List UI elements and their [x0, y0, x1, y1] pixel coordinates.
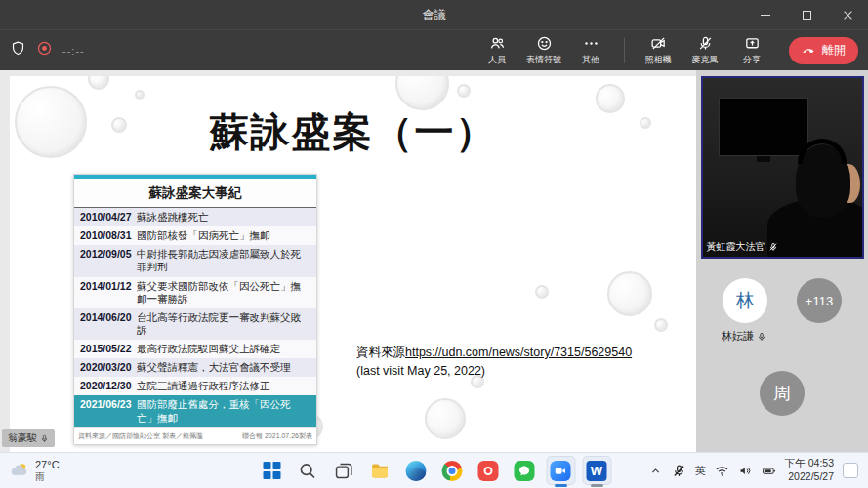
participants-button[interactable]: 人員: [475, 35, 518, 66]
toolbar-separator: [624, 38, 625, 63]
presentation-slide: 蘇詠盛案（一） 蘇詠盛案大事紀 2010/04/27蘇詠盛跳樓死亡 2010/0…: [10, 76, 696, 452]
overflow-participants-badge[interactable]: +113: [797, 278, 842, 323]
toolbar-left-group: --:--: [10, 40, 85, 61]
share-screen-icon: [744, 35, 761, 52]
maximize-button[interactable]: [786, 0, 827, 29]
people-icon: [489, 35, 506, 52]
task-view-button[interactable]: [329, 456, 358, 485]
meeting-app-button[interactable]: [546, 456, 575, 485]
weather-rain-icon: [10, 461, 29, 480]
video-name-label: 黃虹霞大法官: [707, 240, 778, 254]
row-date: 2020/12/30: [74, 377, 135, 395]
volume-status[interactable]: [738, 464, 753, 478]
source-prefix: 資料來源: [356, 346, 405, 359]
share-label: 分享: [743, 54, 761, 66]
participant-avatar-zhou[interactable]: 周: [760, 371, 805, 416]
table-credit: 聯合報 2021.07.26製表: [242, 431, 312, 441]
table-row: 2014/01/12蘇父要求國防部改依「因公死亡」撫卹一審勝訴: [74, 277, 316, 308]
red-app-button[interactable]: [474, 456, 503, 485]
mic-icon: [40, 434, 49, 443]
bubble-decoration: [607, 271, 652, 316]
chevron-up-icon: [648, 464, 663, 478]
minimize-button[interactable]: [745, 0, 786, 29]
close-button[interactable]: [827, 0, 868, 29]
task-view-icon: [334, 461, 354, 481]
emoji-button[interactable]: 表情符號: [522, 35, 565, 66]
record-button[interactable]: [36, 40, 53, 61]
row-event: 蘇父要求國防部改依「因公死亡」撫卹一審勝訴: [135, 277, 316, 308]
record-icon: [36, 40, 53, 57]
notification-center-button[interactable]: [843, 463, 858, 478]
mic-toggle-button[interactable]: 麥克風: [683, 35, 726, 66]
source-url-link: https://udn.com/news/story/7315/5629540: [405, 346, 632, 359]
weather-widget[interactable]: 27°C 雨: [0, 459, 60, 482]
clock-widget[interactable]: 下午 04:53 2022/5/27: [785, 457, 834, 483]
bubble-decoration: [457, 84, 471, 98]
hang-up-icon: [802, 43, 816, 58]
titlebar: 會議: [0, 0, 868, 29]
share-screen-button[interactable]: 分享: [730, 35, 773, 66]
presenter-name-tag: 翁豪駿: [2, 429, 55, 447]
row-event: 蘇父聲請釋憲，大法官會議不受理: [135, 358, 316, 377]
meeting-timer: --:--: [62, 45, 85, 57]
row-date: 2015/05/22: [74, 340, 135, 358]
avatar-row: 林 +113: [696, 278, 868, 323]
leave-meeting-button[interactable]: 離開: [789, 37, 858, 64]
table-source: 資料來源／國防部恤勛公室 製表／賴佩璇: [78, 431, 203, 441]
table-row: 2014/06/20台北高等行政法院更一審改判蘇父敗訴: [74, 308, 316, 340]
windows-logo-icon: [263, 462, 280, 479]
file-explorer-button[interactable]: [365, 456, 394, 485]
window-controls: [745, 0, 868, 29]
search-button[interactable]: [293, 456, 322, 485]
battery-icon: [762, 464, 776, 478]
minimize-icon: [761, 15, 770, 16]
network-status[interactable]: [715, 464, 729, 478]
table-row: 2020/03/20蘇父聲請釋憲，大法官會議不受理: [74, 358, 316, 377]
tray-overflow-button[interactable]: [648, 464, 663, 478]
edge-browser-button[interactable]: [401, 456, 431, 485]
table-row: 2015/05/22最高行政法院駁回蘇父上訴確定: [74, 340, 316, 358]
table-row: 2020/12/30立院三讀通過行政程序法修正: [74, 377, 316, 395]
chrome-browser-button[interactable]: [437, 456, 467, 485]
meeting-toolbar: --:-- 人員 表情符號 其他 照相機 麥克風: [0, 29, 868, 70]
close-icon: [843, 10, 853, 20]
mic-icon: [757, 332, 766, 342]
input-method-indicator[interactable]: 英: [695, 464, 706, 478]
more-label: 其他: [582, 54, 599, 66]
start-button[interactable]: [257, 456, 286, 485]
participant-name: 林妘謙: [722, 329, 754, 344]
bubble-decoration: [535, 285, 549, 299]
row-event: 蘇詠盛跳樓死亡: [135, 208, 316, 226]
camera-toggle-button[interactable]: 照相機: [637, 35, 680, 66]
word-app-button[interactable]: [582, 456, 611, 485]
emoji-icon: [536, 35, 553, 52]
source-line: 資料來源https://udn.com/news/story/7315/5629…: [356, 344, 632, 362]
battery-status[interactable]: [762, 464, 776, 478]
tray-time-text: 下午 04:53: [785, 457, 834, 470]
chat-app-button[interactable]: [510, 456, 539, 485]
mic-muted-icon: [768, 242, 778, 252]
video-tile[interactable]: 黃虹霞大法官: [701, 76, 864, 259]
row-event: 中尉排長郭勛志因凌虐部屬致人於死罪判刑: [135, 245, 316, 276]
shield-icon: [10, 40, 26, 57]
row-date: 2020/03/20: [74, 358, 135, 377]
table-row: 2010/04/27蘇詠盛跳樓死亡: [74, 208, 316, 226]
slide-title: 蘇詠盛案（一）: [10, 105, 696, 159]
table-row: 2012/09/05中尉排長郭勛志因凌虐部屬致人於死罪判刑: [74, 245, 316, 276]
main-area: 蘇詠盛案（一） 蘇詠盛案大事紀 2010/04/27蘇詠盛跳樓死亡 2010/0…: [0, 70, 868, 452]
bubble-decoration: [425, 398, 466, 439]
participant-avatar-lin[interactable]: 林: [723, 278, 767, 323]
more-button[interactable]: 其他: [569, 35, 612, 66]
row-date: 2014/01/12: [74, 277, 135, 308]
participant-name-row: 林妘謙: [696, 329, 868, 344]
weather-condition: 雨: [35, 471, 60, 483]
security-shield-button[interactable]: [10, 40, 26, 61]
meeting-window: 會議 --:-- 人員 表情符號 其他: [0, 0, 868, 488]
table-row-highlighted: 2021/06/23國防部廢止舊處分，重核「因公死亡」撫卹: [74, 395, 316, 427]
ellipsis-icon: [583, 35, 599, 52]
participants-panel: 黃虹霞大法官 林 +113 林妘謙 周: [696, 70, 868, 452]
tray-mic-status[interactable]: [672, 464, 686, 478]
bubble-decoration: [135, 90, 145, 100]
toolbar-right-group: 人員 表情符號 其他 照相機 麥克風 分享: [475, 35, 858, 66]
leave-label: 離開: [822, 42, 846, 59]
